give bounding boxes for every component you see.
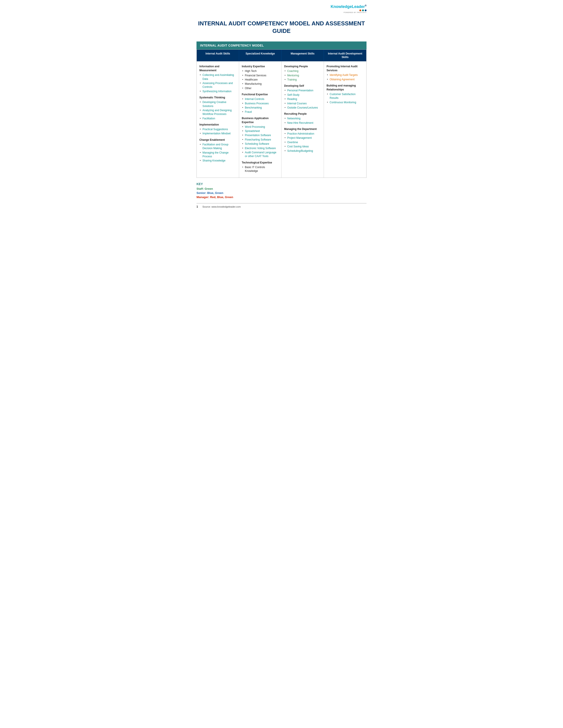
- col1-group3-list: Practical Suggestions Implementation Min…: [199, 128, 236, 136]
- list-item: Basic IT Controls Knowledge: [242, 165, 278, 173]
- key-title: KEY: [196, 182, 367, 186]
- key-staff: Staff: Green: [196, 187, 367, 190]
- list-item: Collecting and Assimilating Data: [199, 73, 236, 81]
- list-item: Cost Saving Ideas: [284, 145, 321, 148]
- list-item: Networking: [284, 117, 321, 120]
- list-item: Other: [242, 86, 278, 90]
- col3-group4-title: Managing the Department: [284, 127, 321, 131]
- col1-group4-list: Facilitation and Group Decision Making M…: [199, 143, 236, 163]
- col2-group3-title: Business Application Expertise: [242, 116, 278, 124]
- col-header-2: Specialized Knowledge: [239, 50, 282, 62]
- list-item: High Tech: [242, 69, 278, 73]
- list-item: Mentoring: [284, 74, 321, 77]
- list-item: Coaching: [284, 69, 321, 73]
- logo-dots: [331, 9, 367, 11]
- dot-blue: [365, 9, 367, 11]
- key-manager: Manager: Red, Blue, Green: [196, 195, 367, 199]
- col2-group4-title: Technological Expertise: [242, 161, 278, 165]
- logo-powered: POWERED BY PROTIVITI: [331, 12, 367, 13]
- col-header-1: Internal Audit Skills: [197, 50, 239, 62]
- list-item: Analyzing and Designing Workflow Process…: [199, 109, 236, 116]
- table-body: Information and Measurement Collecting a…: [197, 61, 366, 177]
- col-header-4: Internal Audit Development Skills: [324, 50, 366, 62]
- logo-part1: Knowledge: [331, 4, 352, 9]
- col4-group2-list: Customer Satisfaction Results Continuous…: [327, 92, 364, 104]
- col3-group3-list: Networking New-Hire Recruitment: [284, 117, 321, 125]
- list-item: Assessing Processes and Controls: [199, 81, 236, 89]
- col2-group1-title: Industry Expertise: [242, 64, 278, 68]
- col2-group1-list: High Tech Financial Services Healthcare …: [242, 69, 278, 90]
- col4-group1-title: Promoting Internal Audit Services: [327, 64, 364, 72]
- col1-group1-list: Collecting and Assimilating Data Assessi…: [199, 73, 236, 93]
- list-item: Manufacturing: [242, 82, 278, 86]
- list-item: Managing the Change Process: [199, 151, 236, 159]
- col2-group4-list: Basic IT Controls Knowledge: [242, 165, 278, 173]
- list-item: Synthesizing Information: [199, 90, 236, 93]
- list-item: Internal Controls: [242, 97, 278, 101]
- list-item: Healthcare: [242, 78, 278, 82]
- col1-group2-list: Developing Creative Solutions Analyzing …: [199, 100, 236, 120]
- list-item: Continuous Monitoring: [327, 101, 364, 104]
- list-item: Developing Creative Solutions: [199, 100, 236, 108]
- col2-group2-list: Internal Controls Business Processes Ben…: [242, 97, 278, 114]
- list-item: Sharing Knowledge: [199, 159, 236, 163]
- col-headers-row: Internal Audit Skills Specialized Knowle…: [197, 50, 366, 62]
- list-item: Training: [284, 78, 321, 82]
- dot-orange: [360, 9, 361, 11]
- col-development-skills: Promoting Internal Audit Services Identi…: [324, 61, 366, 177]
- list-item: Scheduling Software: [242, 142, 278, 146]
- footer-source: Source: www.knowledgeleader.com: [202, 205, 241, 208]
- col3-group4-list: Practice Administration Project Manageme…: [284, 132, 321, 153]
- list-item: Facilitation and Group Decision Making: [199, 143, 236, 150]
- list-item: Self-Study: [284, 93, 321, 97]
- list-item: Reading: [284, 97, 321, 101]
- list-item: Customer Satisfaction Results: [327, 92, 364, 100]
- col3-group1-list: Coaching Mentoring Training: [284, 69, 321, 82]
- list-item: Fraud: [242, 110, 278, 114]
- list-item: Business Processes: [242, 102, 278, 105]
- list-item: Practical Suggestions: [199, 128, 236, 131]
- col3-group3-title: Recruiting People: [284, 112, 321, 116]
- section-header: INTERNAL AUDIT COMPETENCY MODEL: [196, 41, 367, 49]
- list-item: New-Hire Recruitment: [284, 121, 321, 125]
- col1-group1-title: Information and Measurement: [199, 64, 236, 72]
- page-number: 1: [196, 205, 198, 208]
- list-item: Spreadsheet: [242, 129, 278, 133]
- logo-trademark: ®: [365, 4, 367, 7]
- list-item: Audit Command Language or other CAAT Too…: [242, 151, 278, 158]
- list-item: Overtime: [284, 141, 321, 144]
- list-item: Implementation Mindset: [199, 132, 236, 135]
- col1-group3-title: Implementation: [199, 123, 236, 127]
- logo-block: KnowledgeLeader® POWERED BY PROTIVITI: [331, 4, 367, 13]
- col1-group4-title: Change Enablement: [199, 138, 236, 142]
- list-item: Flowcharting Software: [242, 138, 278, 142]
- col1-group2-title: Systematic Thinking: [199, 96, 236, 99]
- list-item: Obtaining Agreement: [327, 78, 364, 81]
- dot-teal: [362, 9, 364, 11]
- list-item: Practice Administration: [284, 132, 321, 136]
- col3-group1-title: Developing People: [284, 64, 321, 68]
- list-item: Benchmarking: [242, 106, 278, 110]
- list-item: Presentation Software: [242, 133, 278, 137]
- col2-group3-list: Word Processing Spreadsheet Presentation…: [242, 125, 278, 158]
- page-title: INTERNAL AUDIT COMPETENCY MODEL AND ASSE…: [196, 20, 367, 35]
- col2-group2-title: Functional Expertise: [242, 92, 278, 96]
- key-senior: Senior: Blue, Green: [196, 191, 367, 195]
- list-item: Word Processing: [242, 125, 278, 129]
- col-specialized-knowledge: Industry Expertise High Tech Financial S…: [239, 61, 282, 177]
- logo-part2: Leader: [352, 4, 365, 9]
- competency-table: Internal Audit Skills Specialized Knowle…: [196, 49, 367, 178]
- logo-area: KnowledgeLeader® POWERED BY PROTIVITI: [196, 4, 367, 13]
- list-item: Personal Presentation: [284, 89, 321, 92]
- col3-group2-list: Personal Presentation Self-Study Reading…: [284, 89, 321, 110]
- key-section: KEY Staff: Green Senior: Blue, Green Man…: [196, 182, 367, 199]
- col-header-3: Management Skills: [282, 50, 324, 62]
- col4-group2-title: Building and managing Relationships: [327, 84, 364, 92]
- col4-group1-list: Identifying Audit Targets Obtaining Agre…: [327, 73, 364, 81]
- col3-group2-title: Developing Self: [284, 84, 321, 88]
- col-internal-audit-skills: Information and Measurement Collecting a…: [197, 61, 239, 177]
- list-item: Internal Courses: [284, 102, 321, 105]
- footer: 1 Source: www.knowledgeleader.com: [196, 203, 367, 208]
- list-item: Project Management: [284, 136, 321, 140]
- col-management-skills: Developing People Coaching Mentoring Tra…: [282, 61, 324, 177]
